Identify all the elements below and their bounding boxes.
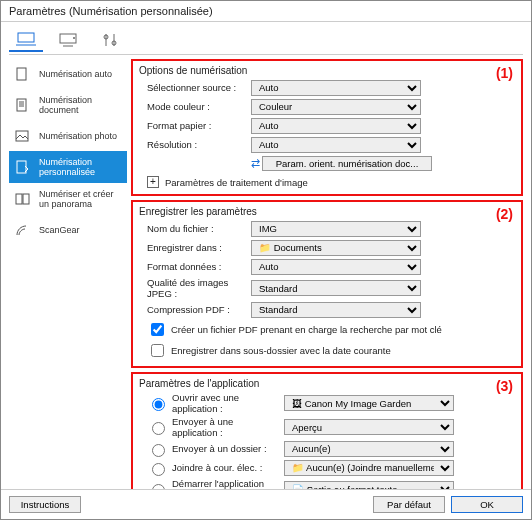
pdf-searchable-checkbox[interactable] <box>151 323 164 336</box>
svg-rect-7 <box>16 131 28 141</box>
svg-rect-10 <box>23 194 29 204</box>
format-label: Format données : <box>139 261 251 272</box>
expand-image-processing[interactable]: + <box>147 176 159 188</box>
send-dir-select[interactable]: Aucun(e) <box>284 441 454 457</box>
sidebar-item-label: ScanGear <box>39 225 80 235</box>
open-with-radio[interactable] <box>152 398 165 411</box>
section-title: Options de numérisation <box>139 65 515 76</box>
open-with-select[interactable]: 🖼 Canon My Image Garden <box>284 395 454 411</box>
svg-rect-6 <box>17 99 26 111</box>
svg-rect-0 <box>18 33 34 42</box>
section-title: Enregistrer les paramètres <box>139 206 515 217</box>
sidebar-item-label: Numérisation auto <box>39 69 112 79</box>
paper-label: Format papier : <box>139 120 251 131</box>
jpeg-select[interactable]: Standard <box>251 280 421 296</box>
main-area: Numérisation auto Numérisation document … <box>9 59 523 489</box>
jpeg-label: Qualité des images JPEG : <box>139 277 251 299</box>
sidebar-item-document[interactable]: Numérisation document <box>9 89 127 121</box>
document-icon <box>13 97 33 113</box>
send-app-select[interactable]: Aperçu <box>284 419 454 435</box>
content-area: (1) Options de numérisation Sélectionner… <box>131 59 523 489</box>
settings-window: Paramètres (Numérisation personnalisée) … <box>0 0 532 520</box>
swap-icon[interactable]: ⇄ <box>251 157 258 170</box>
savein-label: Enregistrer dans : <box>139 242 251 253</box>
mail-radio[interactable] <box>152 463 165 476</box>
svg-rect-9 <box>16 194 22 204</box>
subfolder-label: Enregistrer dans sous-dossier avec la da… <box>171 345 391 356</box>
stitch-icon <box>13 191 33 207</box>
custom-icon <box>13 159 33 175</box>
sidebar-item-scangear[interactable]: ScanGear <box>9 215 127 245</box>
window-body: Numérisation auto Numérisation document … <box>1 22 531 489</box>
send-dir-radio[interactable] <box>152 444 165 457</box>
filename-label: Nom du fichier : <box>139 223 251 234</box>
tab-scan-from-pc[interactable] <box>9 28 43 52</box>
paper-select[interactable]: Auto <box>251 118 421 134</box>
mail-select[interactable]: 📁 Aucun(e) (Joindre manuellement) <box>284 460 454 476</box>
sidebar-item-stitch[interactable]: Numériser et créer un panorama <box>9 183 127 215</box>
source-select[interactable]: Auto <box>251 80 421 96</box>
svg-point-2 <box>73 37 75 39</box>
footer: Instructions Par défaut OK <box>1 489 531 519</box>
format-select[interactable]: Auto <box>251 259 421 275</box>
savein-select[interactable]: 📁 Documents <box>251 240 421 256</box>
ocr-select[interactable]: 📄 Sortie au format texte <box>284 481 454 489</box>
panel-number: (1) <box>496 65 513 81</box>
subfolder-checkbox[interactable] <box>151 344 164 357</box>
pdf-select[interactable]: Standard <box>251 302 421 318</box>
page-icon <box>13 66 33 82</box>
resolution-label: Résolution : <box>139 139 251 150</box>
tab-general-settings[interactable] <box>93 28 127 52</box>
ocr-radio[interactable] <box>152 484 165 489</box>
filename-field[interactable]: IMG <box>251 221 421 237</box>
panel-number: (2) <box>496 206 513 222</box>
send-app-radio[interactable] <box>152 422 165 435</box>
source-label: Sélectionner source : <box>139 82 251 93</box>
pdf-searchable-label: Créer un fichier PDF prenant en charge l… <box>171 324 442 335</box>
send-app-label: Envoyer à une application : <box>172 416 280 438</box>
orientation-button[interactable]: Param. orient. numérisation doc... <box>262 156 432 171</box>
sidebar: Numérisation auto Numérisation document … <box>9 59 127 489</box>
sidebar-item-label: Numérisation document <box>39 95 123 115</box>
sidebar-item-label: Numérisation personnalisée <box>39 157 123 177</box>
save-settings-panel: (2) Enregistrer les paramètres Nom du fi… <box>131 200 523 368</box>
scan-options-panel: (1) Options de numérisation Sélectionner… <box>131 59 523 196</box>
sidebar-item-auto[interactable]: Numérisation auto <box>9 59 127 89</box>
ocr-label: Démarrer l'application OCR : <box>172 478 280 489</box>
section-title: Paramètres de l'application <box>139 378 515 389</box>
svg-rect-8 <box>17 161 26 173</box>
ok-button[interactable]: OK <box>451 496 523 513</box>
panel-number: (3) <box>496 378 513 394</box>
svg-rect-5 <box>17 68 26 80</box>
expand-label: Paramètres de traitement d'image <box>165 177 308 188</box>
open-with-label: Ouvrir avec une application : <box>172 392 280 414</box>
instructions-button[interactable]: Instructions <box>9 496 81 513</box>
defaults-button[interactable]: Par défaut <box>373 496 445 513</box>
sidebar-item-label: Numérisation photo <box>39 131 117 141</box>
mail-label: Joindre à cour. élec. : <box>172 462 280 473</box>
sidebar-item-label: Numériser et créer un panorama <box>39 189 123 209</box>
resolution-select[interactable]: Auto <box>251 137 421 153</box>
top-tabs <box>9 28 523 55</box>
app-settings-panel: (3) Paramètres de l'application Ouvrir a… <box>131 372 523 489</box>
window-title: Paramètres (Numérisation personnalisée) <box>1 1 531 22</box>
color-select[interactable]: Couleur <box>251 99 421 115</box>
tab-scan-from-panel[interactable] <box>51 28 85 52</box>
send-dir-label: Envoyer à un dossier : <box>172 443 280 454</box>
scangear-icon <box>13 222 33 238</box>
sidebar-item-photo[interactable]: Numérisation photo <box>9 121 127 151</box>
pdf-label: Compression PDF : <box>139 304 251 315</box>
color-label: Mode couleur : <box>139 101 251 112</box>
sidebar-item-custom[interactable]: Numérisation personnalisée <box>9 151 127 183</box>
photo-icon <box>13 128 33 144</box>
